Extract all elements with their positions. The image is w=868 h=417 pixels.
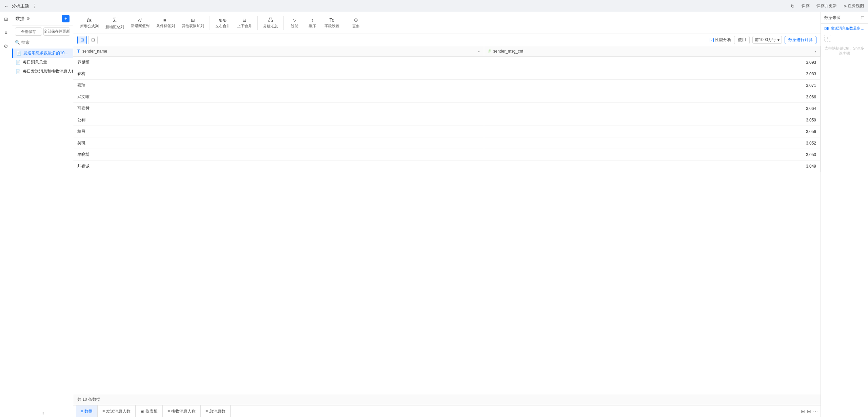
table-body: 养昆颉 3,093 春梅 3,083 嘉珍 3,071 武文曜 3,066 可嘉… <box>73 57 821 172</box>
toolbar-merge-tb[interactable]: ⊟ 上下合并 <box>234 16 255 30</box>
data-settings-icon[interactable]: ⚙ <box>26 16 30 21</box>
tab-recv-count[interactable]: ≡ 接收消息人数 <box>163 405 201 417</box>
right-ds-label: 发送消息条数最多的... <box>831 26 865 31</box>
tab-recv-label: 接收消息人数 <box>171 409 196 414</box>
save-btn[interactable]: 保存 <box>802 3 810 9</box>
tab-send-icon: ≡ <box>102 409 105 414</box>
tab-action-grid[interactable]: ⊞ <box>801 409 805 414</box>
dataset-list: 📄 发送消息条数最多的10个… 📄 每日消息总量 📄 每日发送消息和接收消息人数 <box>12 47 73 410</box>
col-cnt-dropdown-icon[interactable]: ▾ <box>814 50 816 53</box>
use-button[interactable]: 使用 <box>734 36 750 44</box>
rows-select[interactable]: 前1000万行 ▾ <box>752 36 782 44</box>
dataset-icon-1: 📄 <box>16 60 21 65</box>
dataset-label-0: 发送消息条数最多的10个… <box>23 50 70 56</box>
more-icon[interactable]: ⋮ <box>32 3 37 9</box>
icon-bar-data[interactable]: ≡ <box>2 29 10 37</box>
sort-icon: ↕ <box>311 17 314 23</box>
table-row: 校昌 3,056 <box>73 126 821 137</box>
merge-tb-icon: ⊟ <box>242 17 246 23</box>
other-col-icon: ⊞ <box>191 17 195 23</box>
icon-bar-settings[interactable]: ⚙ <box>2 42 10 50</box>
title-bar-right: ↻ 保存 保存并更新 ⊳ 血缘视图 <box>791 3 864 9</box>
merge-lr-label: 左右合并 <box>215 23 230 29</box>
toolbar-formula-col[interactable]: fx 新增公式列 <box>77 16 101 30</box>
dataset-item-2[interactable]: 📄 每日发送消息和接收消息人数 <box>12 67 73 76</box>
sort-label: 排序 <box>309 23 316 29</box>
toolbar-merge-lr[interactable]: ⊕⊕ 左右合并 <box>213 16 233 30</box>
dataset-item-0[interactable]: 📄 发送消息条数最多的10个… <box>12 49 73 58</box>
hint-text: 支持快捷键Ctrl、Shift多选步骤 <box>821 44 868 58</box>
search-input[interactable] <box>21 40 72 45</box>
tab-action-more[interactable]: ⋯ <box>813 409 818 414</box>
right-panel-dataset-item[interactable]: DB 发送消息条数最多的... <box>821 24 868 33</box>
cell-name-1: 春梅 <box>73 68 484 80</box>
toolbar-filter[interactable]: ▽ 过滤 <box>287 16 303 30</box>
more-icon: ☺ <box>353 17 359 23</box>
back-icon[interactable]: ← <box>4 3 9 9</box>
cell-name-4: 可嘉树 <box>73 103 484 114</box>
col-header-sender-name[interactable]: T sender_name ▾ <box>73 46 484 57</box>
table-row: 公翱 3,059 <box>73 114 821 126</box>
table-row: 春梅 3,083 <box>73 68 821 80</box>
data-table: T sender_name ▾ # se <box>73 46 821 172</box>
bottom-tabs: ≡ 数据 ≡ 发送消息人数 ▣ 仪表板 ≡ 接收消息人数 ≡ 总消息数 ⊞ ⊟ <box>73 405 821 417</box>
save-update-button[interactable]: 全部保存并更新 <box>43 27 71 36</box>
cell-value-4: 3,064 <box>484 103 821 114</box>
toolbar-condition-col[interactable]: ≡+ 条件标签列 <box>154 16 178 30</box>
left-panel-title: 数据 ⚙ <box>16 16 30 22</box>
tab-action-layout[interactable]: ⊟ <box>807 409 811 414</box>
toolbar-more[interactable]: ☺ 更多 <box>348 16 364 30</box>
tab-dashboard-label: 仪表板 <box>145 409 158 414</box>
group-icon: 品 <box>268 17 273 23</box>
bottom-tab-actions: ⊞ ⊟ ⋯ <box>801 409 818 414</box>
toolbar: fx 新增公式列 Σ 新增汇总列 A+ 新增赋值列 ≡+ 条件标签列 ⊞ 其他表… <box>73 12 821 34</box>
table-view-btn[interactable]: ⊞ <box>77 36 87 44</box>
toolbar-other-col[interactable]: ⊞ 其他表添加列 <box>179 16 207 30</box>
save-update-btn[interactable]: 保存并更新 <box>816 3 837 9</box>
add-source-button[interactable]: + <box>824 35 831 42</box>
pivot-view-btn[interactable]: ⊟ <box>88 36 98 44</box>
filter-icon: ▽ <box>293 17 297 23</box>
cell-name-7: 吴凯 <box>73 137 484 149</box>
tab-total-msg[interactable]: ≡ 总消息数 <box>201 405 231 417</box>
table-row: 武文曜 3,066 <box>73 91 821 103</box>
toolbar-group-summary[interactable]: 品 分组汇总 <box>260 16 281 30</box>
app-title: 分析主题 <box>12 3 29 9</box>
merge-tb-label: 上下合并 <box>237 23 252 29</box>
filter-label: 过滤 <box>291 23 298 29</box>
right-panel-title: 数据来源 <box>824 15 841 21</box>
calc-button[interactable]: 数据进行计算 <box>785 36 816 44</box>
perf-analysis-btn[interactable]: ✓ 性能分析 <box>710 37 731 43</box>
col-header-sender-cnt[interactable]: # sender_msg_cnt ▾ <box>484 46 821 57</box>
refresh-btn[interactable]: ↻ <box>791 3 795 9</box>
toolbar-divider-4 <box>345 16 345 30</box>
toolbar-assign-col[interactable]: A+ 新增赋值列 <box>128 16 152 30</box>
cell-value-0: 3,093 <box>484 57 821 68</box>
table-header-row: T sender_name ▾ # se <box>73 46 821 57</box>
dataset-item-1[interactable]: 📄 每日消息总量 <box>12 58 73 67</box>
tab-total-label: 总消息数 <box>209 409 225 414</box>
sub-toolbar: ⊞ ⊟ ✓ 性能分析 使用 前1000万行 ▾ 数据进行计算 <box>73 34 821 46</box>
right-ds-icon: DB <box>824 26 829 31</box>
add-dataset-button[interactable]: + <box>62 15 70 22</box>
formula-label: 新增公式列 <box>80 24 99 29</box>
sum-label: 新增汇总列 <box>105 24 124 30</box>
cell-value-9: 3,049 <box>484 160 821 172</box>
drag-handle[interactable]: ⁞⁞ <box>12 410 73 417</box>
tab-send-count[interactable]: ≡ 发送消息人数 <box>98 405 136 417</box>
table-row: 可嘉树 3,064 <box>73 103 821 114</box>
col-dropdown-icon[interactable]: ▾ <box>478 50 480 53</box>
tab-dashboard[interactable]: ▣ 仪表板 <box>136 405 163 417</box>
cell-name-3: 武文曜 <box>73 91 484 103</box>
toolbar-sum-col[interactable]: Σ 新增汇总列 <box>103 15 127 31</box>
toolbar-field-settings[interactable]: To 字段设置 <box>322 16 342 30</box>
exit-btn[interactable]: ⊳ 血缘视图 <box>844 3 864 9</box>
toolbar-sort[interactable]: ↕ 排序 <box>304 16 320 30</box>
title-bar-left: ← 分析主题 ⋮ <box>4 3 37 9</box>
right-panel-expand-icon[interactable]: ❐ <box>861 16 865 20</box>
icon-bar-layers[interactable]: ⊞ <box>2 15 10 23</box>
perf-checkbox[interactable]: ✓ <box>710 38 714 42</box>
tab-recv-icon: ≡ <box>167 409 170 414</box>
tab-data[interactable]: ≡ 数据 <box>76 405 98 417</box>
save-all-button[interactable]: 全部保存 <box>15 27 42 36</box>
